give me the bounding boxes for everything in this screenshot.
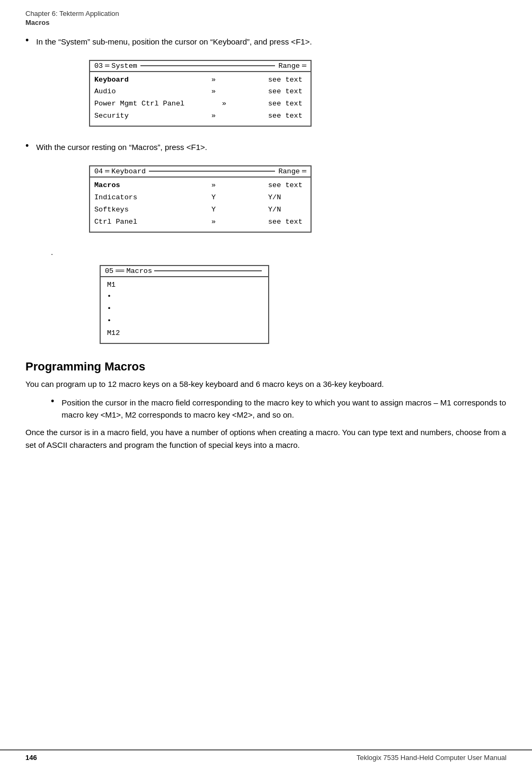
t2r2-name: Softkeys (94, 204, 163, 216)
terminal3-label: Macros (126, 267, 152, 275)
bullet-item-2: • With the cursor resting on “Macros”, p… (25, 142, 507, 154)
terminal2-row-1: Indicators Y Y/N (94, 192, 306, 204)
bullet-dot-2: • (25, 140, 29, 152)
section-intro: You can program up to 12 macro keys on a… (25, 378, 507, 391)
terminal2-row-3: Ctrl Panel » see text (94, 216, 306, 228)
t2r2-arrow: Y (208, 204, 219, 216)
terminal1-range: Range (278, 62, 300, 70)
t2r1-arrow: Y (208, 192, 219, 204)
section-closing: Once the cursor is in a macro field, you… (25, 426, 507, 452)
terminal3-row-2: • (107, 303, 262, 315)
terminal1-num: 03 (94, 62, 103, 70)
bullet-dot-1: • (25, 35, 29, 46)
t2r3-arrow: » (208, 216, 219, 228)
terminal3-row-0: M1 (107, 279, 262, 291)
bullet-item-1: • In the “System” sub-menu, position the… (25, 36, 507, 48)
terminal-header-2: 04 ═ Keyboard Range ═ (90, 166, 311, 178)
t2r1-name: Indicators (94, 192, 163, 204)
section-heading: Programming Macros (25, 360, 507, 374)
terminal3-line (154, 270, 262, 271)
terminal1-line (140, 65, 275, 66)
t2r0-arrow: » (208, 180, 219, 192)
terminal1-equals: ═ (105, 62, 109, 70)
t1r0-name: Keyboard (94, 74, 163, 86)
terminal-box-2: 04 ═ Keyboard Range ═ Macros » see text … (89, 165, 312, 233)
terminal1-body: Keyboard » see text Audio » see text Pow… (90, 72, 311, 126)
t1r1-value: see text (264, 86, 306, 98)
t1r2-arrow: » (219, 98, 229, 110)
terminal2-row-2: Softkeys Y Y/N (94, 204, 306, 216)
terminal3-num: 05 (105, 267, 113, 275)
terminal1-row-2: Power Mgmt Ctrl Panel » see text (94, 98, 306, 110)
indent-bullet-text: Position the cursor in the macro field c… (61, 397, 507, 421)
terminal1-label: System (111, 62, 137, 70)
footer-bar: 146 Teklogix 7535 Hand-Held Computer Use… (0, 749, 532, 762)
page-container: Chapter 6: Tekterm Application Macros • … (0, 0, 532, 769)
t2r3-name: Ctrl Panel (94, 216, 163, 228)
terminal3-row-1: • (107, 291, 262, 303)
terminal-box-3: 05 ══ Macros M1 • • • M12 (100, 265, 269, 344)
chapter-title: Macros (25, 19, 507, 26)
t2r0-name: Macros (94, 180, 163, 192)
period-line: . (51, 248, 507, 257)
t1r3-arrow: » (208, 110, 219, 122)
t1r2-name: Power Mgmt Ctrl Panel (94, 98, 184, 110)
t1r0-arrow: » (208, 74, 219, 86)
t2r1-value: Y/N (264, 192, 306, 204)
terminal3-row-4: M12 (107, 328, 262, 340)
terminal2-equals2: ═ (302, 167, 306, 175)
t2r2-value: Y/N (264, 204, 306, 216)
terminal2-line (149, 171, 275, 172)
t2r0-value: see text (264, 180, 306, 192)
terminal3-equals: ══ (116, 267, 124, 275)
chapter-header: Chapter 6: Tekterm Application (25, 10, 507, 17)
terminal-header-1: 03 ═ System Range ═ (90, 61, 311, 72)
bullet-text-2: With the cursor resting on “Macros”, pre… (36, 142, 207, 154)
terminal1-row-1: Audio » see text (94, 86, 306, 98)
t1r1-name: Audio (94, 86, 163, 98)
terminal3-body: M1 • • • M12 (101, 277, 268, 343)
terminal3-row-3: • (107, 315, 262, 328)
terminal2-body: Macros » see text Indicators Y Y/N Softk… (90, 178, 311, 232)
terminal2-range: Range (278, 167, 300, 175)
t1r1-arrow: » (208, 86, 219, 98)
terminal2-equals: ═ (105, 167, 109, 175)
indent-bullet: • Position the cursor in the macro field… (51, 397, 507, 421)
terminal1-row-3: Security » see text (94, 110, 306, 122)
indent-bullet-dot: • (51, 396, 54, 407)
t2r3-value: see text (264, 216, 306, 228)
footer-title: Teklogix 7535 Hand-Held Computer User Ma… (46, 754, 507, 762)
footer-page: 146 (25, 754, 37, 762)
t1r3-name: Security (94, 110, 163, 122)
t1r0-value: see text (264, 74, 306, 86)
terminal-header-3: 05 ══ Macros (101, 266, 268, 277)
t1r3-value: see text (264, 110, 306, 122)
bullet-text-1: In the “System” sub-menu, position the c… (36, 36, 312, 48)
terminal2-label: Keyboard (111, 167, 146, 175)
terminal1-row-0: Keyboard » see text (94, 74, 306, 86)
terminal1-equals2: ═ (302, 62, 306, 70)
terminal2-row-0: Macros » see text (94, 180, 306, 192)
terminal2-num: 04 (94, 167, 103, 175)
terminal-box-1: 03 ═ System Range ═ Keyboard » see text … (89, 60, 312, 127)
t1r2-value: see text (264, 98, 306, 110)
